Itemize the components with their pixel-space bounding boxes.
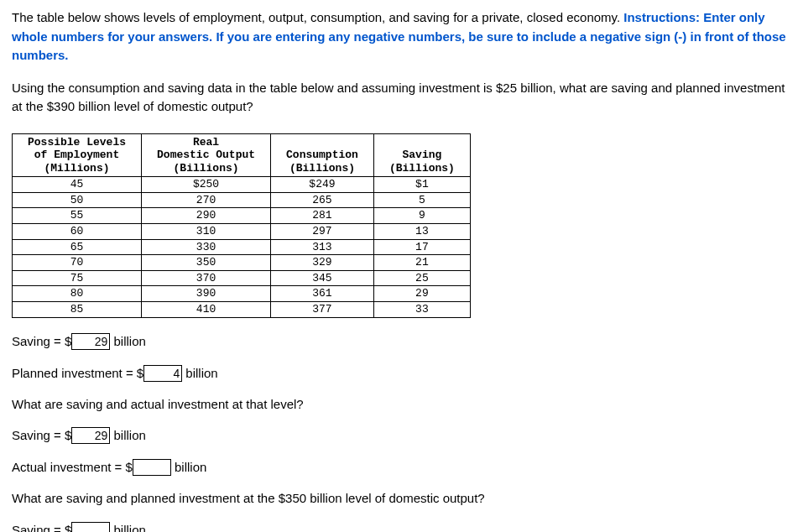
subquestion-3: What are saving and planned investment a…: [12, 489, 791, 509]
table-row: 8039036129: [13, 286, 471, 302]
table-row: 7035032921: [13, 255, 471, 271]
table-row: 45$250$249$1: [13, 177, 471, 193]
col-header-saving: Saving (Billions): [373, 133, 470, 177]
saving-input-2[interactable]: [71, 427, 110, 444]
col-header-output: Real Domestic Output (Billions): [142, 133, 271, 177]
table-body: 45$250$249$1 502702655 552902819 6031029…: [13, 177, 471, 317]
planned-input-1[interactable]: [143, 365, 182, 382]
intro-paragraph: The table below shows levels of employme…: [12, 8, 791, 65]
table-row: 552902819: [13, 208, 471, 224]
table-row: 7537034525: [13, 270, 471, 286]
saving-input-3[interactable]: [71, 522, 110, 532]
saving-input-1[interactable]: [71, 333, 110, 350]
saving-line-3: Saving = $ billion: [12, 520, 791, 532]
table-row: 8541037733: [13, 302, 471, 318]
col-header-consumption: Consumption (Billions): [271, 133, 374, 177]
actual-line-2: Actual investment = $ billion: [12, 457, 791, 477]
question-1-text: Using the consumption and saving data in…: [12, 79, 791, 117]
col-header-employment: Possible Levels of Employment (Millions): [13, 133, 142, 177]
table-row: 502702655: [13, 192, 471, 208]
data-table: Possible Levels of Employment (Millions)…: [12, 133, 471, 318]
intro-plain-text: The table below shows levels of employme…: [12, 10, 623, 24]
saving-line-2: Saving = $ billion: [12, 425, 791, 446]
subquestion-2: What are saving and actual investment at…: [12, 395, 791, 415]
table-row: 6031029713: [13, 224, 471, 240]
actual-input-2[interactable]: [133, 459, 171, 476]
saving-line-1: Saving = $ billion: [12, 331, 791, 352]
table-row: 6533031317: [13, 239, 471, 255]
planned-line-1: Planned investment = $ billion: [12, 363, 791, 383]
